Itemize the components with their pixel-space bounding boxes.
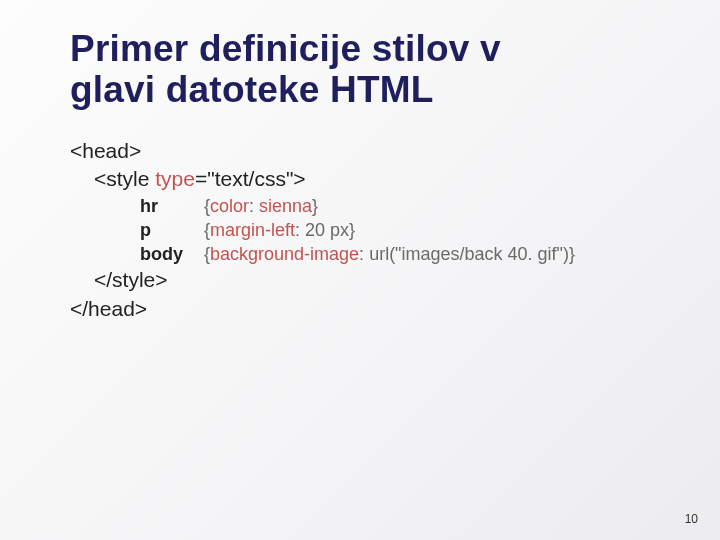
rbrace: } — [569, 244, 575, 264]
css-rule: p {margin-left: 20 px} — [140, 218, 680, 242]
style-attr-val: "text/css" — [207, 167, 293, 190]
code-block: <head> <style type="text/css"> hr {color… — [70, 137, 680, 323]
css-rules: hr {color: sienna} p {margin-left: 20 px… — [70, 194, 680, 267]
property: margin-left — [210, 220, 295, 240]
style-eq: = — [195, 167, 207, 190]
style-open-a: <style — [94, 167, 155, 190]
slide: Primer definicije stilov v glavi datotek… — [0, 0, 720, 323]
rule-body: {color: sienna} — [204, 194, 318, 218]
rule-body: {margin-left: 20 px} — [204, 218, 355, 242]
code-style-open: <style type="text/css"> — [70, 165, 680, 193]
style-open-b: > — [293, 167, 305, 190]
colon: : — [295, 220, 305, 240]
property: background-image — [210, 244, 359, 264]
value: 20 px — [305, 220, 349, 240]
title-line-1: Primer definicije stilov v — [70, 28, 501, 69]
code-head-close: </head> — [70, 295, 680, 323]
rule-body: {background-image: url("images/back 40. … — [204, 242, 575, 266]
title-line-2: glavi datoteke HTML — [70, 69, 434, 110]
rbrace: } — [349, 220, 355, 240]
style-attr-name: type — [155, 167, 195, 190]
colon: : — [249, 196, 259, 216]
property: color — [210, 196, 249, 216]
page-number: 10 — [685, 512, 698, 526]
css-rule: body {background-image: url("images/back… — [140, 242, 680, 266]
selector: hr — [140, 194, 204, 218]
value: sienna — [259, 196, 312, 216]
selector: body — [140, 242, 204, 266]
slide-title: Primer definicije stilov v glavi datotek… — [70, 28, 680, 111]
selector: p — [140, 218, 204, 242]
code-style-close: </style> — [70, 266, 680, 294]
css-rule: hr {color: sienna} — [140, 194, 680, 218]
code-head-open: <head> — [70, 137, 680, 165]
value: url("images/back 40. gif") — [369, 244, 569, 264]
rbrace: } — [312, 196, 318, 216]
colon: : — [359, 244, 369, 264]
